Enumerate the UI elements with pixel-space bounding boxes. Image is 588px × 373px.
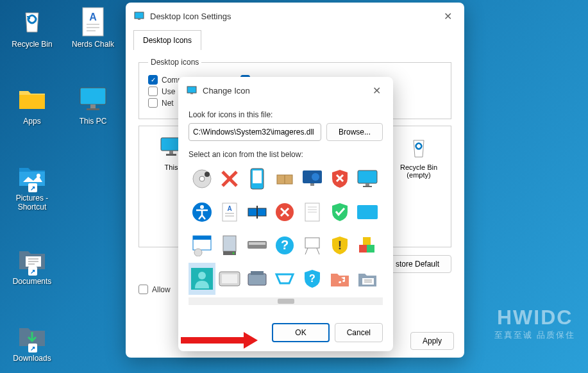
icon-option-disc[interactable] [189,163,215,195]
svg-rect-14 [135,12,144,19]
svg-point-56 [194,249,202,256]
icon-option-phone[interactable] [244,163,271,195]
desktop-label: This PC [64,117,122,126]
change-icon-dialog: Change Icon ✕ Look for icons in this fil… [178,77,393,351]
dialog-title: Change Icon [203,86,367,95]
shortcut-arrow-icon [28,344,37,352]
watermark: HWIDC 至真至诚 品质保住 [494,306,575,341]
icon-option-shield-green[interactable] [326,196,353,228]
restore-default-button[interactable]: store Default [383,255,451,273]
svg-rect-74 [222,274,237,283]
svg-rect-68 [359,245,367,253]
svg-rect-64 [305,238,319,248]
svg-rect-55 [193,236,211,240]
icon-option-library[interactable] [354,263,381,295]
svg-point-72 [198,272,206,279]
icon-option-hdd[interactable] [244,263,271,295]
icon-option-box[interactable] [271,163,298,195]
icon-option-screensaver[interactable] [299,163,326,195]
window-title: Desktop Icon Settings [150,12,439,21]
svg-rect-36 [365,183,369,186]
svg-text:A: A [89,12,97,22]
ok-button[interactable]: OK [272,323,329,342]
icon-option-music-folder[interactable] [326,263,353,295]
watermark-text: HWIDC [494,306,575,329]
desktop-label: Recycle Bin [3,40,61,49]
icon-option-accessibility[interactable] [189,196,215,228]
documents-folder-icon [17,244,47,274]
icon-option-text-file[interactable]: A [216,196,243,228]
recycle-bin-icon [407,137,430,160]
icon-option-error-circle[interactable] [271,196,298,228]
svg-rect-15 [138,19,140,20]
svg-rect-70 [363,237,371,245]
svg-rect-57 [223,236,236,251]
desktop-pictures-shortcut[interactable]: Pictures - Shortcut [3,160,61,211]
desktop-downloads[interactable]: Downloads [3,320,61,363]
svg-rect-19 [187,87,196,93]
downloads-folder-icon [17,320,47,351]
cancel-button[interactable]: Cancel [335,323,383,342]
monitor-icon [78,83,108,114]
titlebar: Desktop Icon Settings ✕ [126,3,464,29]
svg-text:?: ? [309,273,315,284]
icon-option-blocks[interactable] [354,229,381,261]
apply-button[interactable]: Apply [410,332,454,350]
svg-rect-5 [80,88,106,104]
icon-option-program-disc[interactable] [189,229,215,261]
icon-option-tablet[interactable] [216,263,243,295]
svg-rect-7 [90,104,96,108]
shortcut-arrow-icon [28,183,37,192]
look-for-label: Look for icons in this file: [189,110,383,119]
scrollbar-thumb[interactable] [278,299,294,304]
icon-option-desktop-blue[interactable] [354,196,381,228]
horizontal-scrollbar[interactable] [189,297,383,305]
icon-option-scanner[interactable] [244,229,271,261]
svg-rect-18 [166,154,176,156]
recycle-bin-icon [17,6,47,37]
shortcut-arrow-icon [28,267,37,276]
svg-rect-69 [367,245,374,253]
svg-rect-35 [358,170,377,183]
icon-option-whiteboard[interactable] [299,229,326,261]
icon-option-text-cursor[interactable] [244,196,271,228]
folder-icon [17,83,47,114]
svg-rect-32 [310,183,314,186]
desktop-this-pc[interactable]: This PC [64,83,122,126]
close-button[interactable]: ✕ [439,7,457,25]
watermark-subtext: 至真至诚 品质保住 [494,329,575,341]
icon-option-drive[interactable] [216,229,243,261]
svg-point-23 [205,172,210,177]
svg-rect-8 [87,108,99,110]
checkbox-icon [139,285,148,294]
svg-rect-75 [248,274,266,285]
desktop-documents[interactable]: Documents [3,244,61,286]
svg-line-66 [317,248,319,254]
svg-point-9 [37,174,40,178]
svg-line-65 [305,248,308,254]
annotation-arrow [181,333,264,347]
icon-option-red-x[interactable] [216,163,243,195]
desktop-apps[interactable]: Apps [3,83,61,126]
preview-recycle-bin-empty[interactable]: Recycle Bin (empty) [393,137,444,236]
icon-option-shield-red[interactable] [326,163,353,195]
icon-option-shield-yellow[interactable]: ! [326,229,353,261]
browse-button[interactable]: Browse... [326,123,383,141]
icon-file-path-input[interactable] [189,123,321,141]
icon-option-blank-doc[interactable] [299,196,326,228]
dialog-body: Look for icons in this file: Browse... S… [178,104,393,314]
desktop-nerds-chalk[interactable]: A Nerds Chalk [64,6,122,49]
preview-label: Recycle Bin [393,163,444,171]
icon-option-run[interactable] [271,263,298,295]
checkbox-label: Net [162,99,174,108]
desktop-recycle-bin[interactable]: Recycle Bin [3,6,61,49]
icon-option-monitor[interactable] [354,163,381,195]
svg-rect-76 [251,271,264,275]
icon-option-user[interactable] [189,263,215,295]
icon-option-help-circle[interactable]: ? [271,229,298,261]
svg-rect-53 [357,205,378,219]
icon-option-shield-help[interactable]: ? [299,263,326,295]
close-button[interactable]: ✕ [367,81,385,99]
settings-app-icon [133,10,145,22]
tab-desktop-icons[interactable]: Desktop Icons [133,30,201,50]
